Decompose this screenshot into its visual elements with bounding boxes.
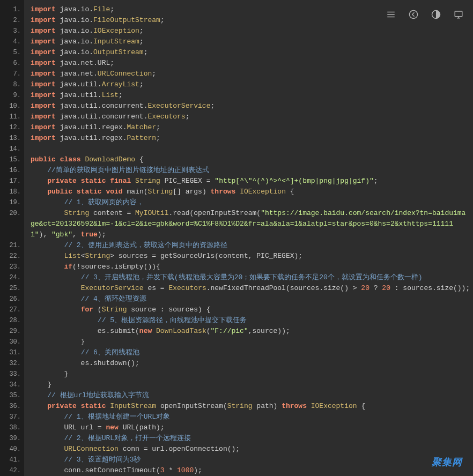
code-line: //简单的获取网页中图片图片链接地址的正则表达式: [31, 165, 468, 176]
token-kw: import: [31, 134, 56, 142]
token-cls: OutputStream: [93, 48, 144, 56]
token-kw: for: [81, 306, 93, 314]
token-plain: ,source));: [248, 327, 290, 335]
line-number: 21.: [0, 240, 24, 251]
token-num: 1000: [177, 466, 194, 474]
contrast-icon[interactable]: [431, 10, 441, 19]
token-kw: static: [81, 177, 106, 185]
code-line: // 1、根据地址创建一个URL对象: [31, 412, 468, 422]
token-plain: [31, 391, 47, 399]
line-number: 9.: [0, 90, 24, 101]
token-plain: [31, 456, 64, 464]
token-com: // 6、关闭线程池: [81, 348, 139, 356]
monitor-icon[interactable]: [454, 10, 463, 19]
code-line: [31, 144, 468, 154]
token-kw: import: [31, 48, 56, 56]
token-plain: }: [31, 381, 51, 389]
token-num: 20: [382, 284, 390, 292]
token-plain: path): [253, 402, 282, 410]
line-number: 7.: [0, 69, 24, 79]
token-plain: java.io.: [56, 48, 93, 56]
code-line: // 4、循环处理资源: [31, 294, 468, 304]
token-kw: import: [31, 70, 56, 78]
token-plain: [31, 413, 64, 421]
line-number: 2.: [0, 15, 24, 26]
token-plain: (: [93, 306, 102, 314]
code-line: for (String source : sources) {: [31, 304, 468, 315]
line-number: 10.: [0, 101, 24, 111]
token-plain: ;: [156, 134, 160, 142]
line-number: 42.: [0, 465, 24, 476]
token-plain: ?: [369, 284, 382, 292]
token-kw: throws: [211, 188, 236, 196]
svg-rect-2: [455, 11, 462, 17]
line-number: 5.: [0, 47, 24, 58]
line-number: 19.: [0, 197, 24, 208]
line-number: 4.: [0, 36, 24, 47]
token-kw: import: [31, 27, 56, 35]
code-line: }: [31, 337, 468, 347]
token-cls: InputStream: [110, 402, 156, 410]
token-com: // 根据url地址获取输入字节流: [47, 391, 149, 399]
token-plain: conn.setConnectTimeout(: [31, 466, 160, 474]
line-number: 23.: [0, 262, 24, 272]
token-kw: if: [64, 263, 72, 271]
line-number: 37.: [0, 412, 24, 422]
code-line: public class DownloadDemo {: [31, 154, 468, 165]
token-plain: java.io.: [56, 16, 93, 24]
code-line: import java.util.regex.Matcher;: [31, 122, 468, 133]
token-plain: es =: [144, 284, 169, 292]
token-plain: *: [165, 466, 177, 474]
line-number: 6.: [0, 58, 24, 69]
token-kw: import: [31, 91, 56, 99]
token-kw: import: [31, 113, 56, 121]
token-plain: ;: [152, 70, 156, 78]
token-plain: );: [98, 230, 106, 239]
code-line: URLConnection conn = url.openConnection(…: [31, 444, 468, 455]
token-kw: import: [31, 5, 56, 13]
token-plain: .read(openInputStream(: [168, 209, 261, 217]
line-number: 29.: [0, 326, 24, 337]
line-number: 31.: [0, 347, 24, 358]
code-line: public static void main(String[] args) t…: [31, 187, 468, 197]
code-line: import java.util.regex.Pattern;: [31, 133, 468, 144]
token-kw: import: [31, 80, 56, 88]
code-line: import java.util.concurrent.ExecutorServ…: [31, 101, 468, 111]
token-plain: [31, 273, 81, 281]
token-plain: > sources = getSourceUrls(content, PIC_R…: [110, 252, 302, 260]
token-num: 3: [160, 466, 165, 474]
token-plain: [31, 348, 81, 356]
code-line: private static final String PIC_REGEX = …: [31, 176, 468, 187]
line-number: 39.: [0, 433, 24, 444]
code-line: // 2、使用正则表达式，获取这个网页中的资源路径: [31, 240, 468, 251]
token-plain: es.shutdown();: [31, 359, 139, 367]
token-plain: java.util.: [56, 80, 102, 88]
code-line: conn.setConnectTimeout(3 * 1000);: [31, 465, 468, 476]
code-line: import java.util.ArrayList;: [31, 79, 468, 90]
token-cls: ExecutorService: [81, 284, 144, 292]
code-viewport: import java.io.File;import java.io.FileO…: [25, 0, 473, 476]
token-kw: import: [31, 38, 56, 46]
token-plain: }: [31, 338, 85, 346]
token-plain: ,: [72, 230, 81, 239]
token-cls: URLConnection: [98, 70, 152, 78]
watermark: 聚集网: [432, 456, 462, 468]
token-plain: ;: [156, 123, 160, 131]
token-cls: FileOutputStream: [93, 16, 160, 24]
code-line: import java.util.List;: [31, 90, 468, 101]
chevron-left-icon[interactable]: [409, 10, 418, 19]
code-line: import java.net.URLConnection;: [31, 69, 468, 79]
token-plain: [] args): [173, 188, 210, 196]
code-line: // 3、开启线程池，并发下载(线程池最大容量为20；如果要下载的任务不足20个…: [31, 272, 468, 283]
token-plain: [31, 445, 64, 453]
token-cls: String: [85, 252, 110, 260]
token-plain: ;: [374, 177, 378, 185]
token-cls: DownLoadTask: [156, 327, 206, 335]
token-plain: source : sources) {: [127, 306, 210, 314]
token-plain: (: [206, 327, 211, 335]
token-kw: void: [106, 188, 122, 196]
list-icon[interactable]: [386, 10, 396, 19]
token-com: // 1、获取网页的内容，: [64, 198, 143, 206]
token-com: // 5、根据资源路径，向线程池中提交下载任务: [98, 316, 247, 324]
line-number: 22.: [0, 251, 24, 262]
